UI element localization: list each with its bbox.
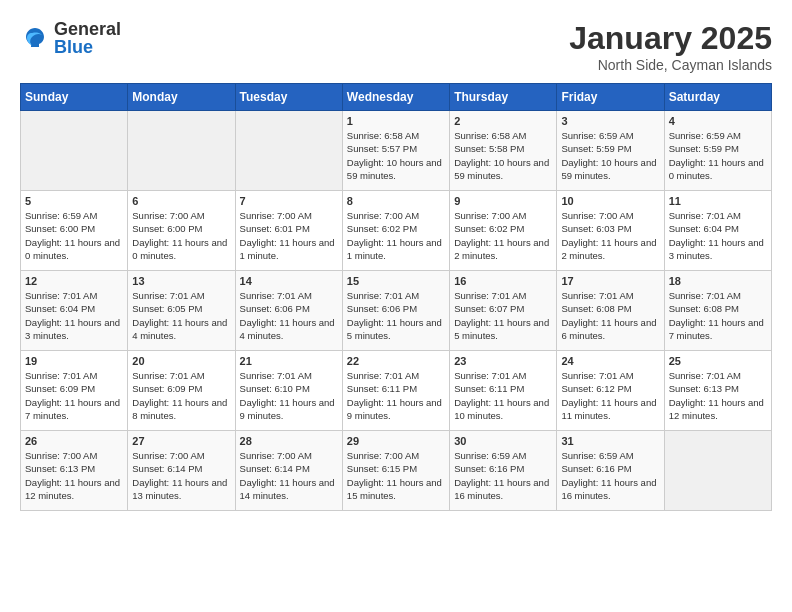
day-info: Sunrise: 7:00 AMSunset: 6:13 PMDaylight:… [25, 449, 123, 502]
calendar-day: 30Sunrise: 6:59 AMSunset: 6:16 PMDayligh… [450, 431, 557, 511]
day-number: 15 [347, 275, 445, 287]
calendar-day: 19Sunrise: 7:01 AMSunset: 6:09 PMDayligh… [21, 351, 128, 431]
logo-icon [20, 23, 50, 53]
day-number: 17 [561, 275, 659, 287]
day-number: 28 [240, 435, 338, 447]
calendar-day: 29Sunrise: 7:00 AMSunset: 6:15 PMDayligh… [342, 431, 449, 511]
day-number: 22 [347, 355, 445, 367]
calendar-day: 22Sunrise: 7:01 AMSunset: 6:11 PMDayligh… [342, 351, 449, 431]
day-info: Sunrise: 6:58 AMSunset: 5:57 PMDaylight:… [347, 129, 445, 182]
day-number: 12 [25, 275, 123, 287]
day-number: 9 [454, 195, 552, 207]
calendar-week-3: 12Sunrise: 7:01 AMSunset: 6:04 PMDayligh… [21, 271, 772, 351]
day-info: Sunrise: 7:01 AMSunset: 6:09 PMDaylight:… [132, 369, 230, 422]
day-info: Sunrise: 6:59 AMSunset: 5:59 PMDaylight:… [669, 129, 767, 182]
day-number: 8 [347, 195, 445, 207]
day-number: 14 [240, 275, 338, 287]
header: General Blue January 2025 North Side, Ca… [20, 20, 772, 73]
calendar-day [21, 111, 128, 191]
day-info: Sunrise: 7:01 AMSunset: 6:12 PMDaylight:… [561, 369, 659, 422]
calendar-day: 3Sunrise: 6:59 AMSunset: 5:59 PMDaylight… [557, 111, 664, 191]
day-number: 11 [669, 195, 767, 207]
calendar-day: 5Sunrise: 6:59 AMSunset: 6:00 PMDaylight… [21, 191, 128, 271]
day-number: 1 [347, 115, 445, 127]
calendar-day: 26Sunrise: 7:00 AMSunset: 6:13 PMDayligh… [21, 431, 128, 511]
day-header-monday: Monday [128, 84, 235, 111]
day-header-friday: Friday [557, 84, 664, 111]
day-number: 30 [454, 435, 552, 447]
day-info: Sunrise: 7:00 AMSunset: 6:14 PMDaylight:… [240, 449, 338, 502]
day-info: Sunrise: 7:01 AMSunset: 6:11 PMDaylight:… [347, 369, 445, 422]
calendar-day [235, 111, 342, 191]
day-number: 23 [454, 355, 552, 367]
calendar-day: 8Sunrise: 7:00 AMSunset: 6:02 PMDaylight… [342, 191, 449, 271]
day-info: Sunrise: 7:01 AMSunset: 6:07 PMDaylight:… [454, 289, 552, 342]
day-number: 27 [132, 435, 230, 447]
calendar-table: SundayMondayTuesdayWednesdayThursdayFrid… [20, 83, 772, 511]
day-header-tuesday: Tuesday [235, 84, 342, 111]
day-number: 26 [25, 435, 123, 447]
day-number: 25 [669, 355, 767, 367]
calendar-day: 4Sunrise: 6:59 AMSunset: 5:59 PMDaylight… [664, 111, 771, 191]
day-number: 20 [132, 355, 230, 367]
day-info: Sunrise: 7:00 AMSunset: 6:01 PMDaylight:… [240, 209, 338, 262]
day-info: Sunrise: 7:00 AMSunset: 6:02 PMDaylight:… [454, 209, 552, 262]
day-header-sunday: Sunday [21, 84, 128, 111]
calendar-day: 9Sunrise: 7:00 AMSunset: 6:02 PMDaylight… [450, 191, 557, 271]
calendar-day: 13Sunrise: 7:01 AMSunset: 6:05 PMDayligh… [128, 271, 235, 351]
day-info: Sunrise: 6:59 AMSunset: 6:16 PMDaylight:… [561, 449, 659, 502]
calendar-week-4: 19Sunrise: 7:01 AMSunset: 6:09 PMDayligh… [21, 351, 772, 431]
day-number: 2 [454, 115, 552, 127]
title-area: January 2025 North Side, Cayman Islands [569, 20, 772, 73]
day-info: Sunrise: 7:01 AMSunset: 6:08 PMDaylight:… [669, 289, 767, 342]
day-number: 29 [347, 435, 445, 447]
day-info: Sunrise: 7:01 AMSunset: 6:10 PMDaylight:… [240, 369, 338, 422]
day-info: Sunrise: 7:00 AMSunset: 6:15 PMDaylight:… [347, 449, 445, 502]
day-number: 3 [561, 115, 659, 127]
day-number: 13 [132, 275, 230, 287]
day-info: Sunrise: 7:01 AMSunset: 6:08 PMDaylight:… [561, 289, 659, 342]
calendar-day: 20Sunrise: 7:01 AMSunset: 6:09 PMDayligh… [128, 351, 235, 431]
day-info: Sunrise: 7:01 AMSunset: 6:05 PMDaylight:… [132, 289, 230, 342]
day-number: 24 [561, 355, 659, 367]
day-info: Sunrise: 7:01 AMSunset: 6:04 PMDaylight:… [25, 289, 123, 342]
day-number: 10 [561, 195, 659, 207]
calendar-day: 15Sunrise: 7:01 AMSunset: 6:06 PMDayligh… [342, 271, 449, 351]
logo-general-text: General [54, 20, 121, 38]
day-info: Sunrise: 6:59 AMSunset: 6:16 PMDaylight:… [454, 449, 552, 502]
calendar-day: 12Sunrise: 7:01 AMSunset: 6:04 PMDayligh… [21, 271, 128, 351]
day-info: Sunrise: 7:01 AMSunset: 6:06 PMDaylight:… [347, 289, 445, 342]
day-header-wednesday: Wednesday [342, 84, 449, 111]
calendar-week-2: 5Sunrise: 6:59 AMSunset: 6:00 PMDaylight… [21, 191, 772, 271]
day-info: Sunrise: 6:58 AMSunset: 5:58 PMDaylight:… [454, 129, 552, 182]
day-number: 5 [25, 195, 123, 207]
day-info: Sunrise: 7:01 AMSunset: 6:13 PMDaylight:… [669, 369, 767, 422]
logo-text: General Blue [54, 20, 121, 56]
calendar-day: 1Sunrise: 6:58 AMSunset: 5:57 PMDaylight… [342, 111, 449, 191]
day-info: Sunrise: 7:01 AMSunset: 6:04 PMDaylight:… [669, 209, 767, 262]
day-info: Sunrise: 7:01 AMSunset: 6:09 PMDaylight:… [25, 369, 123, 422]
day-number: 18 [669, 275, 767, 287]
day-info: Sunrise: 7:01 AMSunset: 6:06 PMDaylight:… [240, 289, 338, 342]
day-number: 4 [669, 115, 767, 127]
calendar-day: 18Sunrise: 7:01 AMSunset: 6:08 PMDayligh… [664, 271, 771, 351]
calendar-day: 11Sunrise: 7:01 AMSunset: 6:04 PMDayligh… [664, 191, 771, 271]
day-info: Sunrise: 6:59 AMSunset: 6:00 PMDaylight:… [25, 209, 123, 262]
calendar-day: 27Sunrise: 7:00 AMSunset: 6:14 PMDayligh… [128, 431, 235, 511]
calendar-day: 6Sunrise: 7:00 AMSunset: 6:00 PMDaylight… [128, 191, 235, 271]
location-subtitle: North Side, Cayman Islands [569, 57, 772, 73]
calendar-day: 2Sunrise: 6:58 AMSunset: 5:58 PMDaylight… [450, 111, 557, 191]
calendar-week-5: 26Sunrise: 7:00 AMSunset: 6:13 PMDayligh… [21, 431, 772, 511]
logo: General Blue [20, 20, 121, 56]
calendar-day: 23Sunrise: 7:01 AMSunset: 6:11 PMDayligh… [450, 351, 557, 431]
day-info: Sunrise: 7:00 AMSunset: 6:03 PMDaylight:… [561, 209, 659, 262]
day-info: Sunrise: 6:59 AMSunset: 5:59 PMDaylight:… [561, 129, 659, 182]
calendar-day: 10Sunrise: 7:00 AMSunset: 6:03 PMDayligh… [557, 191, 664, 271]
calendar-day: 24Sunrise: 7:01 AMSunset: 6:12 PMDayligh… [557, 351, 664, 431]
day-header-saturday: Saturday [664, 84, 771, 111]
day-number: 16 [454, 275, 552, 287]
day-info: Sunrise: 7:00 AMSunset: 6:14 PMDaylight:… [132, 449, 230, 502]
calendar-day: 21Sunrise: 7:01 AMSunset: 6:10 PMDayligh… [235, 351, 342, 431]
month-title: January 2025 [569, 20, 772, 57]
days-header-row: SundayMondayTuesdayWednesdayThursdayFrid… [21, 84, 772, 111]
